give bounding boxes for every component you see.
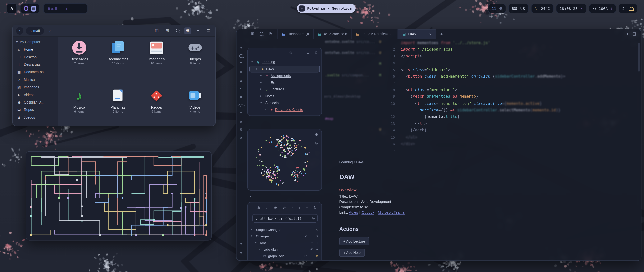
folder-documentos[interactable]: Documentos14 items — [99, 40, 137, 65]
sidebar-item-videos[interactable]: ▸Videos — [13, 91, 58, 98]
tab-asp-practice-6[interactable]: ▤ASP Practice 6 — [314, 29, 352, 39]
graph-filter-icon[interactable]: ⊚ — [315, 141, 318, 145]
graph-view[interactable] — [248, 129, 321, 190]
git-fork-icon[interactable]: ϒ — [236, 60, 246, 68]
new-folder-icon[interactable]: ⊞ — [298, 51, 301, 55]
tab-tema-6-pr-cticas-[interactable]: ▤Tema 6 Prácticas -... — [352, 29, 398, 39]
sidebar-section-title[interactable]: ▾ My Computer — [13, 37, 58, 46]
files-icon[interactable]: ▣ — [251, 32, 254, 36]
collapse-icon[interactable]: ✗ — [314, 51, 317, 55]
external-link-outlook[interactable]: Outlook — [361, 210, 374, 214]
sidebar-item-musica[interactable]: ♪Musica — [13, 76, 58, 83]
notifications-module[interactable]: 24 — [619, 4, 637, 13]
git-row-changes[interactable]: ▾Changes↶+2 — [249, 233, 320, 240]
code-block[interactable]: 1import mementoes from '../../store.js'2… — [324, 40, 641, 154]
folder-repos[interactable]: Repos6 items — [137, 88, 176, 113]
refresh-icon[interactable]: ↻ — [313, 206, 316, 210]
sidebar-item-documentos[interactable]: ▤Documentos — [13, 68, 58, 76]
now-playing-module[interactable]: ♫ Polyphia - Neurotica — [297, 4, 356, 13]
folder-videos[interactable]: Videos4 items — [176, 88, 214, 113]
sidebar-item-descargas[interactable]: ↧Descargas — [13, 61, 58, 68]
pull-icon[interactable]: ↓ — [299, 206, 300, 210]
tree-item-exams[interactable]: ▸!Exams — [249, 79, 320, 86]
tree-item-assignments[interactable]: ▸▤Assignments — [249, 72, 320, 79]
folder-juegos[interactable]: Juegos8 items — [176, 40, 214, 65]
git-row--obsidian[interactable]: ▾.obsidian↶+ — [249, 246, 320, 253]
push-icon[interactable]: ↑ — [291, 206, 293, 210]
grid-view-icon[interactable]: ▦ — [184, 27, 191, 34]
sort-icon[interactable]: ⇅ — [306, 51, 309, 55]
weather-module[interactable]: ☾24°C — [531, 4, 553, 13]
folder-imagenes[interactable]: Imagenes10 items — [137, 40, 176, 65]
sidebar-item-imagenes[interactable]: ▨Imagenes — [13, 83, 58, 91]
stage-all-icon[interactable]: ⊕ — [274, 206, 277, 210]
search-icon[interactable] — [174, 27, 181, 34]
terminal-icon[interactable]: >_ — [236, 85, 246, 93]
split-editor-icon[interactable]: ◫ — [633, 32, 636, 36]
diamond-icon[interactable]: ◇ — [236, 118, 246, 126]
help-icon[interactable]: ? — [240, 241, 242, 249]
updates-module[interactable]: 11⚙ — [488, 4, 506, 13]
git-action-icon[interactable]: + — [316, 241, 318, 245]
git-action-icon[interactable]: ↶ — [310, 248, 313, 251]
tree-item-daw[interactable]: ▾◈DAW — [249, 65, 320, 72]
launcher-button[interactable]: Λ — [7, 3, 17, 14]
volume-module[interactable]: ◖)100%♪ — [589, 4, 616, 13]
close-tab-icon[interactable]: × — [429, 32, 432, 36]
commit-all-icon[interactable]: ◎ — [257, 206, 260, 210]
graph-panel-handle-icon[interactable]: ∴ — [250, 121, 252, 125]
git-row-root[interactable]: ▾root↶+ — [249, 240, 320, 246]
search-icon[interactable] — [260, 32, 264, 36]
menu-icon[interactable]: ≣ — [205, 27, 212, 34]
folder-descargas[interactable]: Descargas2 items — [60, 40, 98, 65]
commit-icon[interactable]: ✓ — [265, 206, 268, 210]
tree-item-lectures[interactable]: ▸▷Lectures — [249, 86, 320, 93]
keyboard-layout-module[interactable]: ⌨US — [508, 4, 529, 13]
versions-icon[interactable]: ◫ — [236, 109, 246, 118]
search-icon[interactable] — [236, 52, 246, 60]
tree-item-learning[interactable]: ▾◉Learning — [249, 59, 320, 65]
note-breadcrumb[interactable]: Learning/DAW — [339, 160, 629, 164]
back-button[interactable]: ‹ — [16, 27, 23, 34]
tree-item-notes[interactable]: ▸Notes — [249, 93, 320, 99]
sidebar-item-obsidian-v-[interactable]: ◆Obsidian V... — [13, 98, 58, 106]
new-tab-icon[interactable]: ⊞ — [164, 27, 171, 34]
code-icon[interactable]: </> — [236, 101, 246, 109]
sidebar-item-repos[interactable]: ▭Repos — [13, 106, 58, 114]
close-icon[interactable]: ✗ — [236, 134, 246, 142]
git-action-icon[interactable]: — — [309, 228, 313, 232]
settings-icon[interactable]: ⚙ — [240, 249, 242, 257]
external-link-microsoft-teams[interactable]: Microsoft Teams — [378, 210, 405, 214]
sidebar-item-desktop[interactable]: ⊡Desktop — [13, 53, 58, 61]
breadcrumb-parent[interactable]: Learning — [339, 160, 353, 164]
tab-list-chevron-icon[interactable]: ▾ — [627, 32, 628, 36]
commit-message-input[interactable] — [252, 214, 318, 223]
git-action-icon[interactable]: ↶ — [305, 234, 308, 238]
calendar-icon[interactable]: ▦ — [236, 76, 246, 85]
clear-input-icon[interactable]: ⊗ — [312, 216, 315, 220]
panel-toggle-icon[interactable]: ◫ — [153, 27, 160, 34]
clock-module[interactable]: 18:08:28◔ — [556, 4, 586, 13]
list-view-icon[interactable]: ≡ — [194, 27, 202, 34]
home-icon[interactable]: ⌂ — [236, 44, 246, 52]
bookmark-icon[interactable]: ⚑ — [269, 32, 272, 36]
note-button--add-lecture[interactable]: + Add Lecture — [339, 237, 369, 245]
git-row-learning-daw-exams[interactable]: ▾Learning/DAW/Exams↶+ — [249, 259, 320, 261]
scrollbar-thumb[interactable] — [638, 43, 640, 72]
git-panel-handle-icon[interactable]: ∵ — [250, 196, 252, 199]
git-action-icon[interactable]: ↶ — [310, 241, 313, 245]
git-action-icon[interactable]: + — [310, 254, 312, 258]
git-action-icon[interactable]: + — [316, 261, 318, 261]
sidebar-item-home[interactable]: ⌂Home — [13, 46, 58, 53]
tab-dashboard[interactable]: ▤Dashboard — [277, 29, 314, 39]
file-manager-header[interactable]: ‹ ⌂ matt › ◫⊞▦≡≣ — [13, 25, 215, 37]
external-link-aules[interactable]: Aules — [349, 210, 358, 214]
graph-view-panel[interactable]: ⚙ ⊚ — [247, 129, 322, 191]
layout-icon[interactable]: ◰ — [240, 232, 242, 241]
dollar-icon[interactable]: $ — [236, 126, 246, 134]
editor-main[interactable]: entoOne.svelte src/co...UentoTwo.svelte … — [324, 39, 641, 260]
git-action-icon[interactable]: ↶ — [310, 261, 313, 261]
git-action-icon[interactable]: + — [311, 234, 313, 238]
new-note-icon[interactable]: ✎ — [289, 51, 292, 55]
workspaces-module[interactable]: ▤ — [20, 3, 40, 14]
